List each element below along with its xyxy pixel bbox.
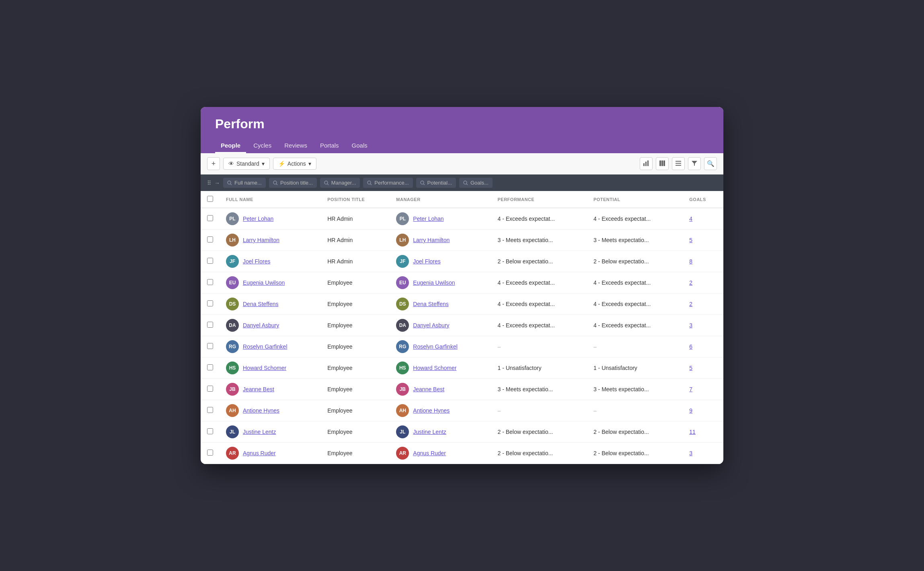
bar-chart-icon-button[interactable] (640, 157, 653, 170)
goals-link-7[interactable]: 5 (689, 365, 692, 371)
manager-search-field[interactable]: Manager... (320, 178, 360, 188)
row-checkbox-8[interactable] (207, 386, 213, 392)
cell-position-11: Employee (321, 443, 390, 464)
manager-link-0[interactable]: Peter Lohan (413, 216, 444, 222)
goals-link-10[interactable]: 11 (689, 429, 696, 435)
row-checkbox-7[interactable] (207, 364, 213, 370)
cell-full-name-1: LH Larry Hamilton (220, 230, 321, 251)
cell-performance-11: 2 - Below expectatio... (491, 443, 587, 464)
row-checkbox-cell[interactable] (201, 208, 220, 230)
nav-tab-goals[interactable]: Goals (346, 139, 373, 153)
row-checkbox-0[interactable] (207, 215, 213, 221)
row-checkbox-4[interactable] (207, 300, 213, 306)
search-icon: 🔍 (707, 160, 715, 167)
goals-link-6[interactable]: 6 (689, 343, 692, 350)
person-name-link-4[interactable]: Dena Steffens (243, 301, 278, 307)
cell-performance-9: – (491, 400, 587, 421)
list-view-icon-button[interactable] (672, 157, 685, 170)
cell-position-1: HR Admin (321, 230, 390, 251)
table-row: EU Eugenia Uwilson Employee EU Eugenia U… (201, 272, 723, 294)
manager-link-11[interactable]: Agnus Ruder (413, 450, 446, 456)
person-name-link-10[interactable]: Justine Lentz (243, 429, 276, 435)
cell-position-5: Employee (321, 315, 390, 336)
manager-avatar-2: JF (396, 255, 409, 268)
manager-link-3[interactable]: Eugenia Uwilson (413, 279, 455, 286)
row-checkbox-cell[interactable] (201, 294, 220, 315)
manager-link-5[interactable]: Danyel Asbury (413, 322, 449, 329)
goals-link-4[interactable]: 2 (689, 301, 692, 307)
row-checkbox-11[interactable] (207, 450, 213, 456)
actions-button[interactable]: ⚡ Actions ▾ (273, 158, 316, 170)
row-checkbox-cell[interactable] (201, 315, 220, 336)
row-checkbox-cell[interactable] (201, 379, 220, 400)
manager-link-7[interactable]: Howard Schomer (413, 365, 456, 371)
select-all-checkbox[interactable] (207, 196, 213, 202)
manager-link-2[interactable]: Joel Flores (413, 258, 440, 265)
row-checkbox-1[interactable] (207, 236, 213, 242)
row-checkbox-cell[interactable] (201, 336, 220, 357)
goals-link-1[interactable]: 5 (689, 237, 692, 243)
row-checkbox-cell[interactable] (201, 230, 220, 251)
goals-search-field[interactable]: Goals... (459, 178, 493, 188)
goals-link-2[interactable]: 8 (689, 258, 692, 265)
column-view-icon (659, 160, 665, 168)
search-icon-button[interactable]: 🔍 (704, 157, 717, 170)
app-title: Perform (215, 117, 709, 131)
arrow-right-icon[interactable]: → (214, 180, 220, 186)
full-name-search-field[interactable]: Full name... (223, 178, 266, 188)
row-checkbox-6[interactable] (207, 343, 213, 349)
person-name-link-11[interactable]: Agnus Ruder (243, 450, 276, 456)
goals-link-9[interactable]: 9 (689, 407, 692, 414)
performance-search-field[interactable]: Performance... (363, 178, 413, 188)
goals-link-5[interactable]: 3 (689, 322, 692, 329)
table-row: HS Howard Schomer Employee HS Howard Sch… (201, 357, 723, 379)
row-checkbox-cell[interactable] (201, 421, 220, 443)
row-checkbox-cell[interactable] (201, 251, 220, 272)
person-name-link-6[interactable]: Roselyn Garfinkel (243, 343, 287, 350)
select-all-cell[interactable] (201, 191, 220, 208)
avatar-9: AH (226, 404, 239, 417)
add-button[interactable]: + (207, 157, 220, 170)
person-name-link-1[interactable]: Larry Hamilton (243, 237, 279, 243)
goals-link-11[interactable]: 3 (689, 450, 692, 456)
goals-link-8[interactable]: 7 (689, 386, 692, 392)
person-name-link-2[interactable]: Joel Flores (243, 258, 270, 265)
manager-link-1[interactable]: Larry Hamilton (413, 237, 450, 243)
goals-link-3[interactable]: 2 (689, 279, 692, 286)
row-checkbox-2[interactable] (207, 258, 213, 264)
nav-tab-reviews[interactable]: Reviews (279, 139, 313, 153)
nav-tab-people[interactable]: People (215, 139, 246, 153)
position-title-search-field[interactable]: Position title... (269, 178, 317, 188)
table-row: DA Danyel Asbury Employee DA Danyel Asbu… (201, 315, 723, 336)
row-checkbox-9[interactable] (207, 407, 213, 413)
person-name-link-5[interactable]: Danyel Asbury (243, 322, 279, 329)
svg-rect-5 (663, 160, 665, 166)
row-checkbox-cell[interactable] (201, 357, 220, 379)
manager-link-4[interactable]: Dena Steffens (413, 301, 448, 307)
manager-link-9[interactable]: Antione Hynes (413, 407, 450, 414)
manager-search-placeholder: Manager... (331, 180, 356, 186)
person-name-link-3[interactable]: Eugenia Uwilson (243, 279, 285, 286)
full-name-search-placeholder: Full name... (234, 180, 262, 186)
column-view-icon-button[interactable] (656, 157, 669, 170)
person-name-link-7[interactable]: Howard Schomer (243, 365, 286, 371)
row-checkbox-10[interactable] (207, 428, 213, 434)
manager-link-6[interactable]: Roselyn Garfinkel (413, 343, 458, 350)
manager-link-10[interactable]: Justine Lentz (413, 429, 446, 435)
filter-icon-button[interactable] (688, 157, 701, 170)
standard-view-button[interactable]: 👁 Standard ▾ (223, 158, 270, 170)
row-checkbox-3[interactable] (207, 279, 213, 285)
person-name-link-9[interactable]: Antione Hynes (243, 407, 279, 414)
potential-search-field[interactable]: Potential... (416, 178, 456, 188)
row-checkbox-cell[interactable] (201, 443, 220, 464)
manager-link-8[interactable]: Jeanne Best (413, 386, 444, 392)
row-checkbox-5[interactable] (207, 322, 213, 328)
nav-tab-portals[interactable]: Portals (314, 139, 345, 153)
person-name-link-8[interactable]: Jeanne Best (243, 386, 274, 392)
cell-performance-2: 2 - Below expectatio... (491, 251, 587, 272)
person-name-link-0[interactable]: Peter Lohan (243, 216, 273, 222)
row-checkbox-cell[interactable] (201, 272, 220, 294)
goals-link-0[interactable]: 4 (689, 216, 692, 222)
nav-tab-cycles[interactable]: Cycles (248, 139, 277, 153)
row-checkbox-cell[interactable] (201, 400, 220, 421)
